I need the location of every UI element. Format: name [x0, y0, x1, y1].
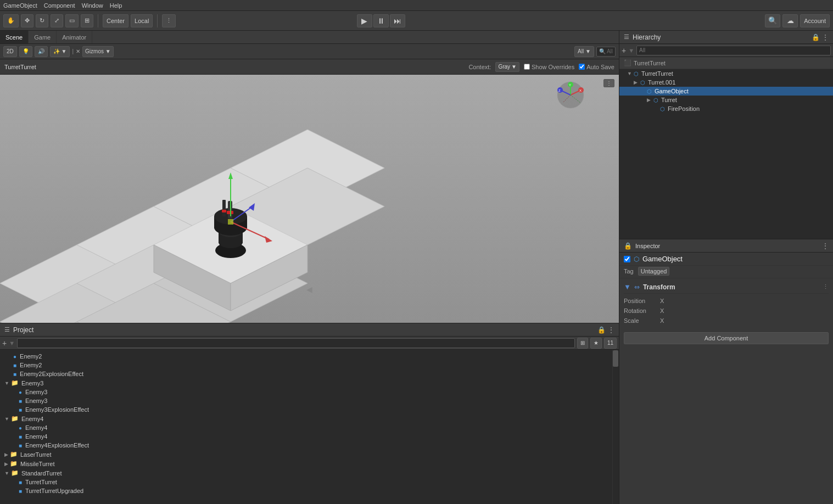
tag-value[interactable]: Untagged — [638, 267, 670, 276]
project-add-button[interactable]: + — [2, 339, 7, 348]
scale-tool-button[interactable]: ⤢ — [51, 14, 63, 27]
tab-game[interactable]: Game — [29, 31, 57, 43]
project-scrollbar[interactable] — [612, 350, 619, 504]
lighting-button[interactable]: 💡 — [19, 46, 32, 57]
scene-search-box[interactable]: 🔍 All — [596, 47, 616, 57]
2d-button[interactable]: 2D — [3, 46, 17, 57]
svg-rect-23 — [222, 200, 226, 216]
hierarchy-item-fireposition[interactable]: ⬡ FirePosition — [619, 104, 833, 113]
menu-gameobject[interactable]: GameObject — [3, 2, 37, 9]
position-x-value[interactable]: X — [660, 298, 829, 304]
hierarchy-item-turret[interactable]: ▶ ⬡ Turret — [619, 96, 833, 104]
position-label: Position — [624, 298, 657, 304]
scene-options-button[interactable]: ⋮ — [603, 79, 614, 87]
project-folder-enemy4[interactable]: ▼ 📁 Enemy4 — [2, 414, 610, 423]
menu-help[interactable]: Help — [110, 2, 122, 9]
project-item-turretturret[interactable]: ■ TurretTurret — [2, 478, 610, 486]
folder-icon: 📁 — [11, 415, 19, 422]
context-dropdown[interactable]: Gray ▼ — [495, 62, 519, 72]
add-component-button[interactable]: Add Component — [624, 332, 829, 344]
project-item-enemy3-prefab[interactable]: ■ Enemy3 — [2, 396, 610, 405]
project-star-button[interactable]: ★ — [590, 338, 602, 349]
project-item-enemy2explosion[interactable]: ■ Enemy2ExplosionEffect — [2, 369, 610, 378]
hierarchy-lock-icon[interactable]: 🔒 — [812, 33, 820, 41]
project-folder-standardturret[interactable]: ▼ 📁 StandardTurret — [2, 468, 610, 478]
transform-more-icon[interactable]: ⋮ — [823, 283, 829, 290]
project-scrollbar-thumb[interactable] — [613, 350, 618, 367]
project-item-enemy4explosion[interactable]: ■ Enemy4ExplosionEffect — [2, 441, 610, 450]
move-tool-button[interactable]: ✥ — [21, 14, 33, 27]
hierarchy-scene-root: ⬛ TurretTurret — [619, 57, 833, 69]
hierarchy-header: ☰ Hierarchy 🔒 ⋮ — [619, 31, 833, 44]
transform-expand-arrow[interactable]: ▼ — [624, 283, 631, 291]
gizmos-dropdown[interactable]: Gizmos ▼ — [82, 46, 114, 57]
tab-animator[interactable]: Animator — [57, 31, 92, 43]
auto-save-checkbox[interactable]: Auto Save — [579, 64, 614, 70]
search-layers-btn[interactable]: All ▼ — [574, 46, 594, 57]
project-folder-enemy3[interactable]: ▼ 📁 Enemy3 — [2, 378, 610, 388]
project-filter-icon-button[interactable]: ⊞ — [577, 338, 588, 349]
inspector-lock-icon[interactable]: 🔒 — [624, 242, 632, 250]
rotation-x-value[interactable]: X — [660, 307, 829, 314]
project-item-turretturretupgraded[interactable]: ■ TurretTurretUpgraded — [2, 486, 610, 495]
hierarchy-search-input[interactable] — [636, 46, 831, 55]
tab-scene[interactable]: Scene — [0, 31, 29, 43]
object-enabled-checkbox[interactable] — [624, 256, 630, 262]
transform-icon: ⇔ — [634, 283, 640, 291]
snap-button[interactable]: ⋮ — [162, 14, 176, 27]
menu-component[interactable]: Component — [44, 2, 75, 9]
project-folder-laserturret[interactable]: ▶ 📁 LaserTurret — [2, 450, 610, 459]
scale-x-value[interactable]: X — [660, 317, 829, 324]
hierarchy-toolbar: + ▼ — [619, 44, 833, 57]
scene-tabs: Scene Game Animator — [0, 31, 619, 44]
svg-text:Y: Y — [569, 83, 571, 87]
show-overrides-checkbox[interactable]: Show Overrides — [524, 64, 574, 70]
collapse-arrow[interactable]: ◀ — [306, 285, 312, 294]
project-item-enemy3-sphere[interactable]: ● Enemy3 — [2, 388, 610, 396]
rotate-tool-button[interactable]: ↻ — [36, 14, 48, 27]
hierarchy-panel: ☰ Hierarchy 🔒 ⋮ + ▼ ⬛ TurretTurret — [619, 31, 833, 239]
step-button[interactable]: ⏭ — [390, 14, 405, 27]
transform-position-row: Position X — [624, 296, 829, 306]
folder-arrow-icon: ▼ — [4, 471, 9, 476]
account-button[interactable]: Account — [800, 14, 830, 27]
hierarchy-item-turret001[interactable]: ▶ ⬡ Turret.001 — [619, 78, 833, 87]
project-folder-missileturret[interactable]: ▶ 📁 MissileTurret — [2, 459, 610, 468]
menu-window[interactable]: Window — [82, 2, 103, 9]
play-button[interactable]: ▶ — [357, 14, 372, 27]
project-content[interactable]: ● Enemy2 ■ Enemy2 ■ Enemy2ExplosionEffec… — [0, 350, 612, 504]
toolbar-separator-2 — [157, 14, 158, 27]
project-item-enemy4-sphere[interactable]: ● Enemy4 — [2, 423, 610, 432]
project-item-enemy2-prefab[interactable]: ■ Enemy2 — [2, 361, 610, 369]
sphere-icon: ● — [13, 354, 16, 360]
scene-gizmo[interactable]: X Y Z — [556, 80, 586, 110]
hierarchy-item-gameobject[interactable]: ⬡ GameObject — [619, 87, 833, 96]
search-services-button[interactable]: 🔍 — [765, 14, 780, 27]
hierarchy-add-button[interactable]: + — [622, 46, 626, 55]
project-search-input[interactable] — [17, 338, 575, 348]
local-button[interactable]: Local — [131, 14, 153, 27]
pause-button[interactable]: ⏸ — [373, 14, 389, 27]
center-button[interactable]: Center — [103, 14, 128, 27]
sphere-icon: ● — [19, 389, 22, 395]
hierarchy-more-icon[interactable]: ⋮ — [822, 33, 829, 41]
inspector-more-icon[interactable]: ⋮ — [822, 242, 829, 250]
project-item-enemy4-prefab[interactable]: ■ Enemy4 — [2, 432, 610, 441]
hierarchy-content[interactable]: ⬛ TurretTurret ▼ ⬡ TurretTurret ▶ ⬡ — [619, 57, 833, 239]
multi-tool-button[interactable]: ⊞ — [81, 14, 93, 27]
project-more-icon[interactable]: ⋮ — [608, 326, 614, 334]
rect-tool-button[interactable]: ▭ — [65, 14, 79, 27]
project-lock-icon[interactable]: 🔒 — [597, 326, 606, 334]
folder-arrow-icon: ▼ — [4, 416, 9, 422]
cloud-button[interactable]: ☁ — [782, 14, 798, 27]
project-item-enemy3explosion[interactable]: ■ Enemy3ExplosionEffect — [2, 405, 610, 414]
inspector-panel: 🔒 Inspector ⋮ ⬡ GameObject Tag Untagged — [619, 239, 833, 504]
project-count-button[interactable]: 11 — [604, 338, 617, 349]
hand-tool-button[interactable]: ✋ — [3, 14, 19, 27]
right-panels: ☰ Hierarchy 🔒 ⋮ + ▼ ⬛ TurretTurret — [619, 31, 833, 504]
project-item-enemy2-sphere[interactable]: ● Enemy2 — [2, 352, 610, 361]
fx-button[interactable]: ✨ ▼ — [50, 46, 70, 57]
project-panel: ☰ Project 🔒 ⋮ + ▼ ⊞ ★ 11 ● Enemy2 ■ Enem… — [0, 323, 619, 504]
audio-button[interactable]: 🔊 — [35, 46, 48, 57]
hierarchy-item-turretturret[interactable]: ▼ ⬡ TurretTurret — [619, 69, 833, 78]
